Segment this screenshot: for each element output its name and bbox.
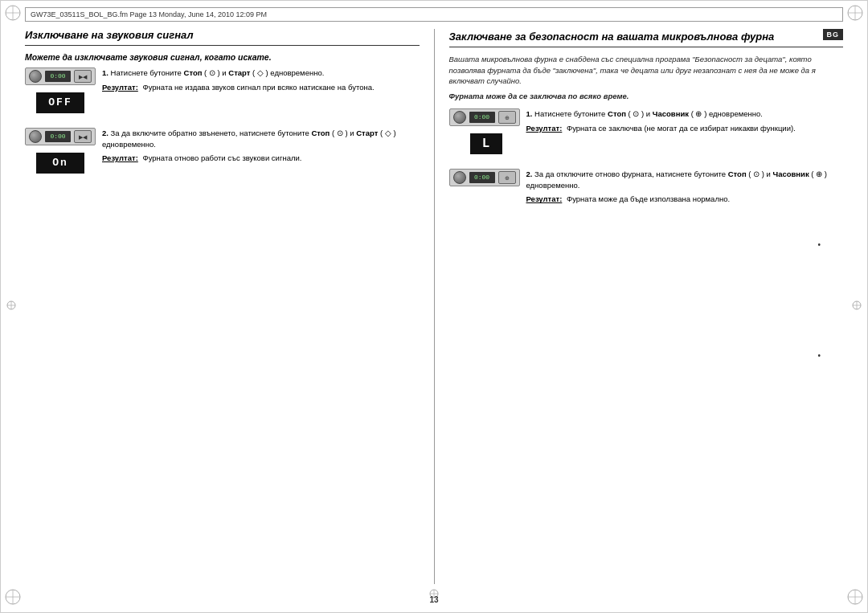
- left-step1-image-side: 0:00 ▶◀ OFF: [25, 67, 96, 120]
- reg-mark-tl: [4, 4, 22, 25]
- panel-display-1: 0:00: [45, 71, 71, 82]
- right-intro2: Фурната може да се заключва по всяко вре…: [449, 91, 844, 102]
- l-display: L: [470, 133, 502, 154]
- step1-result: Резултат: Фурната не издава звуков сигна…: [102, 82, 420, 93]
- left-step1-text: 1. Натиснете бутоните Стоп ( ⊙ ) и Старт…: [102, 67, 420, 120]
- knob-icon-2: [29, 130, 42, 143]
- panel-btn-2: ▶◀: [74, 130, 92, 143]
- panel-display-r2: 0:00: [469, 172, 495, 183]
- reg-mark-bl: [4, 588, 22, 609]
- panel-btn-r1: ⊕: [498, 111, 516, 124]
- right-step2-result: Резултат: Фурната може да бъде използван…: [526, 194, 844, 205]
- reg-mark-br: [846, 588, 864, 609]
- step1-intro: Натиснете бутоните Стоп ( ⊙ ) и Старт ( …: [111, 68, 325, 77]
- reg-mark-tr: [846, 4, 864, 25]
- on-display: On: [36, 153, 84, 174]
- reg-mark-mr: [851, 300, 862, 314]
- right-step1-intro: Натиснете бутоните Стоп ( ⊙ ) и Часовник…: [534, 109, 763, 118]
- right-step1-num: 1.: [526, 109, 533, 118]
- right-step1-text: 1. Натиснете бутоните Стоп ( ⊙ ) и Часов…: [526, 108, 844, 161]
- right-section-title: Заключване за безопасност на вашата микр…: [449, 31, 844, 47]
- right-step2-intro: За да отключите отново фурната, натиснет…: [526, 170, 827, 190]
- page: GW73E_03511S_BOL_BG.fm Page 13 Monday, J…: [0, 0, 868, 613]
- off-display-text: OFF: [48, 96, 72, 108]
- left-step2-image-side: 0:00 ▶◀ On: [25, 128, 96, 180]
- panel-btn-1: ▶◀: [74, 70, 92, 83]
- microwave-panel-2: 0:00 ▶◀: [25, 128, 96, 145]
- left-section-title: Изключване на звуковия сигнал: [25, 29, 420, 46]
- result-label-1: Резултат:: [102, 83, 138, 92]
- right-intro1: Вашата микровълнова фурна е снабдена със…: [449, 54, 844, 87]
- step2-result: Резултат: Фурната отново работи със звук…: [102, 153, 420, 164]
- header-text: GW73E_03511S_BOL_BG.fm Page 13 Monday, J…: [31, 10, 267, 18]
- on-display-text: On: [52, 157, 68, 169]
- right-step1-result: Резултат: Фурната се заключва (не могат …: [526, 123, 844, 134]
- right-column: BG Заключване за безопасност на вашата м…: [435, 29, 844, 584]
- step2-intro: За да включите обратно звъненето, натисн…: [102, 129, 396, 149]
- left-step2-text: 2. За да включите обратно звъненето, нат…: [102, 128, 420, 180]
- right-step2-num: 2.: [526, 170, 533, 178]
- right-title-text: Заключване за безопасност на вашата микр…: [449, 31, 775, 43]
- knob-icon-r1: [453, 111, 466, 124]
- right-step1-image-side: 0:00 ⊕ L: [449, 108, 520, 161]
- result-text-r2: Фурната може да бъде използвана нормално…: [567, 194, 730, 203]
- knob-icon-1: [29, 70, 42, 83]
- panel-btn-r2: ⊕: [498, 171, 516, 184]
- result-label-r2: Резултат:: [526, 194, 563, 203]
- result-text-r1: Фурната се заключва (не могат да се изби…: [567, 124, 796, 133]
- reg-mark-ml: [6, 300, 17, 314]
- right-step2-text: 2. За да отключите отново фурната, натис…: [526, 169, 844, 205]
- result-label-r1: Резултат:: [526, 124, 563, 133]
- result-text-1: Фурната не издава звуков сигнал при всяк…: [142, 83, 374, 92]
- step2-num: 2.: [102, 129, 108, 137]
- panel-display-r1: 0:00: [469, 112, 495, 123]
- left-column: Изключване на звуковия сигнал Можете да …: [25, 29, 435, 584]
- panel-display-2: 0:00: [45, 131, 71, 142]
- off-display: OFF: [36, 92, 84, 113]
- left-step-2: 0:00 ▶◀ On 2. За да включите обратно звъ…: [25, 128, 420, 180]
- bg-badge: BG: [823, 29, 844, 40]
- left-subtitle: Можете да изключвате звуковия сигнал, ко…: [25, 52, 420, 62]
- result-label-2: Резултат:: [102, 153, 138, 162]
- right-step2-image-side: 0:00 ⊕: [449, 169, 520, 205]
- result-text-2: Фурната отново работи със звукови сигнал…: [142, 153, 301, 162]
- step1-num: 1.: [102, 68, 108, 77]
- knob-icon-r2: [453, 171, 466, 184]
- microwave-panel-r2: 0:00 ⊕: [449, 169, 520, 186]
- page-number: 13: [429, 595, 438, 604]
- microwave-panel-1: 0:00 ▶◀: [25, 67, 96, 85]
- main-content: Изключване на звуковия сигнал Можете да …: [25, 29, 843, 584]
- right-step-2: 0:00 ⊕ 2. За да отключите отново фурната…: [449, 169, 844, 205]
- l-display-text: L: [482, 137, 490, 151]
- microwave-panel-r1: 0:00 ⊕: [449, 108, 520, 126]
- right-step-1: 0:00 ⊕ L 1. Натиснете бутоните Стоп ( ⊙ …: [449, 108, 844, 161]
- left-step-1: 0:00 ▶◀ OFF 1. Натиснете бутоните Стоп (…: [25, 67, 420, 120]
- header-bar: GW73E_03511S_BOL_BG.fm Page 13 Monday, J…: [25, 7, 843, 22]
